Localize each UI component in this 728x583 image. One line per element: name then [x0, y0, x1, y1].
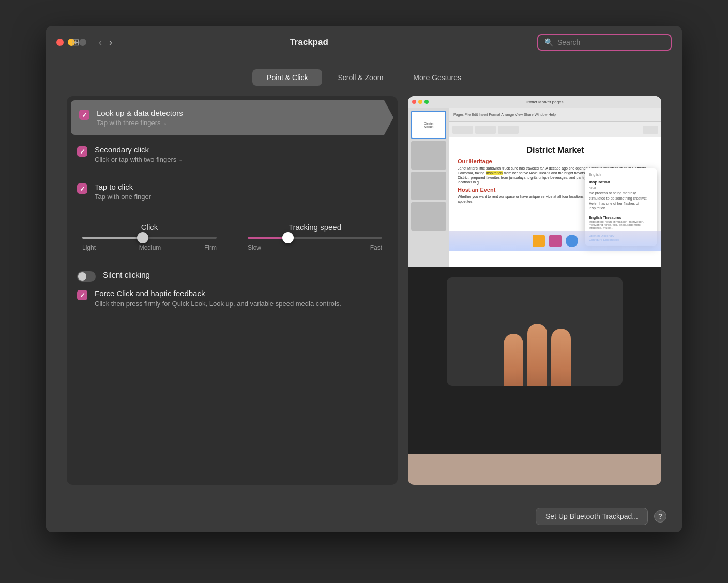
lookup-sublabel: Tap with three fingers ⌄ — [97, 119, 183, 127]
setting-secondary-click: ✓ Secondary click Click or tap with two … — [67, 136, 398, 173]
secondary-click-label: Secondary click — [95, 145, 183, 154]
silent-clicking-toggle[interactable] — [77, 271, 96, 282]
preview-screenshot: District Market.pages DistrictMarket — [408, 96, 661, 267]
finger-1 — [504, 334, 523, 386]
tap-to-click-sublabel: Tap with one finger — [95, 193, 151, 201]
lookup-label: Look up & data detectors — [97, 109, 183, 117]
content-area: Point & Click Scroll & Zoom More Gesture… — [46, 59, 682, 500]
setting-lookup: ✓ Look up & data detectors Tap with thre… — [71, 100, 393, 135]
setting-tap-to-click: ✓ Tap to click Tap with one finger — [67, 173, 398, 210]
window-title: Trackpad — [87, 37, 531, 48]
lookup-checkbox[interactable]: ✓ — [79, 110, 89, 120]
click-slider-title: Click — [141, 223, 158, 232]
tracking-label-slow: Slow — [248, 244, 261, 251]
main-window: ‹ › ⊞ Trackpad 🔍 Point & Click Scroll & … — [46, 26, 682, 532]
close-button[interactable] — [56, 39, 64, 46]
tracking-slider-thumb[interactable] — [282, 232, 294, 243]
trackpad-surface — [447, 277, 623, 386]
tab-point-click[interactable]: Point & Click — [252, 69, 322, 86]
sliders-section: Click Light Medium Firm — [67, 210, 398, 262]
tabs-bar: Point & Click Scroll & Zoom More Gesture… — [67, 69, 661, 86]
search-icon: 🔍 — [544, 38, 553, 47]
click-label-medium: Medium — [139, 244, 161, 251]
silent-clicking-label: Silent clicking — [103, 270, 150, 279]
preview-section: Our Heritage — [458, 158, 653, 164]
preview-panel: District Market.pages DistrictMarket — [408, 96, 661, 485]
toggle-force-click: ✓ Force Click and haptic feedback Click … — [77, 289, 387, 309]
secondary-click-checkbox[interactable]: ✓ — [77, 146, 87, 157]
preview-trackpad — [408, 267, 661, 485]
force-click-sublabel: Click then press firmly for Quick Look, … — [95, 299, 341, 309]
search-bar[interactable]: 🔍 — [537, 34, 672, 51]
secondary-click-sublabel: Click or tap with two fingers ⌄ — [95, 156, 183, 163]
secondary-click-chevron: ⌄ — [178, 156, 183, 163]
tab-more-gestures[interactable]: More Gestures — [399, 69, 476, 86]
help-button[interactable]: ? — [654, 510, 666, 523]
force-click-checkbox[interactable]: ✓ — [77, 290, 87, 300]
tap-to-click-checkbox[interactable]: ✓ — [77, 183, 87, 194]
click-slider-thumb[interactable] — [137, 232, 148, 243]
toggle-silent-clicking: Silent clicking — [77, 270, 387, 282]
click-label-firm: Firm — [204, 244, 217, 251]
bluetooth-trackpad-button[interactable]: Set Up Bluetooth Trackpad... — [536, 508, 648, 525]
titlebar: ‹ › ⊞ Trackpad 🔍 — [46, 26, 682, 59]
tracking-label-fast: Fast — [370, 244, 382, 251]
tap-to-click-label: Tap to click — [95, 182, 151, 191]
finger-2 — [527, 324, 547, 386]
force-click-label: Force Click and haptic feedback — [95, 289, 341, 298]
click-slider-group: Click Light Medium Firm — [82, 223, 217, 251]
click-label-light: Light — [82, 244, 96, 251]
lookup-chevron: ⌄ — [163, 119, 168, 126]
tracking-slider-group: Tracking speed Slow Fast — [248, 223, 382, 251]
hand-fingers — [498, 324, 571, 386]
tracking-slider-title: Tracking speed — [289, 223, 341, 232]
main-panel: ✓ Look up & data detectors Tap with thre… — [67, 96, 661, 485]
search-input[interactable] — [557, 38, 664, 47]
bottom-toggles: Silent clicking ✓ Force Click and haptic… — [67, 262, 398, 317]
preview-doc-title: District Market — [458, 146, 653, 155]
tab-scroll-zoom[interactable]: Scroll & Zoom — [323, 69, 398, 86]
window-footer: Set Up Bluetooth Trackpad... ? — [46, 500, 682, 532]
grid-icon: ⊞ — [72, 37, 80, 48]
settings-panel: ✓ Look up & data detectors Tap with thre… — [67, 96, 398, 485]
finger-3 — [551, 329, 571, 386]
